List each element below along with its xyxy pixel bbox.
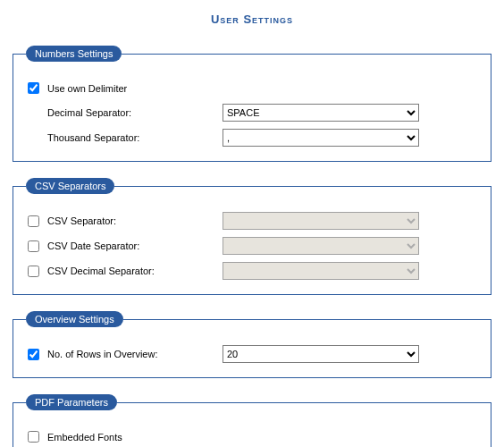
csv-decimal-separator-label: CSV Decimal Separator:: [47, 266, 223, 276]
pdf-parameters-legend: PDF Parameters: [26, 394, 117, 410]
embedded-fonts-row: Embedded Fonts: [22, 425, 482, 447]
csv-separator-checkbox[interactable]: [28, 215, 39, 227]
page-title: User Settings: [0, 0, 504, 46]
use-own-delimiter-row: Use own Delimiter: [22, 76, 482, 100]
csv-decimal-separator-checkbox[interactable]: [28, 266, 39, 277]
overview-rows-checkbox[interactable]: [28, 349, 39, 360]
use-own-delimiter-checkbox[interactable]: [28, 82, 39, 94]
csv-separator-select[interactable]: [223, 212, 419, 230]
thousand-separator-label: Thousand Separator:: [47, 132, 223, 143]
thousand-separator-select[interactable]: ,: [223, 129, 419, 147]
embedded-fonts-label: Embedded Fonts: [47, 432, 223, 443]
csv-date-separator-select[interactable]: [223, 237, 419, 255]
pdf-parameters-fieldset: PDF Parameters Embedded Fonts: [13, 394, 491, 447]
csv-date-separator-checkbox[interactable]: [28, 240, 39, 252]
decimal-separator-select[interactable]: SPACE: [223, 104, 419, 122]
overview-rows-select[interactable]: 20: [223, 345, 419, 363]
overview-settings-legend: Overview Settings: [26, 311, 123, 327]
csv-separators-fieldset: CSV Separators CSV Separator: CSV Date S…: [13, 178, 491, 295]
csv-decimal-separator-select[interactable]: [223, 262, 419, 280]
overview-settings-fieldset: Overview Settings No. of Rows in Overvie…: [13, 311, 491, 378]
csv-date-separator-row: CSV Date Separator:: [22, 233, 482, 258]
decimal-separator-label: Decimal Separator:: [47, 107, 223, 118]
csv-separators-legend: CSV Separators: [26, 178, 114, 194]
overview-rows-label: No. of Rows in Overview:: [47, 349, 223, 359]
decimal-separator-row: Decimal Separator: SPACE: [22, 100, 482, 125]
thousand-separator-row: Thousand Separator: ,: [22, 125, 482, 150]
use-own-delimiter-label: Use own Delimiter: [47, 83, 223, 94]
csv-separator-row: CSV Separator:: [22, 208, 482, 233]
csv-separator-label: CSV Separator:: [47, 215, 223, 226]
numbers-settings-fieldset: Numbers Settings Use own Delimiter Decim…: [13, 46, 491, 162]
csv-decimal-separator-row: CSV Decimal Separator:: [22, 258, 482, 283]
numbers-settings-legend: Numbers Settings: [26, 46, 122, 62]
overview-rows-row: No. of Rows in Overview: 20: [22, 342, 482, 367]
csv-date-separator-label: CSV Date Separator:: [47, 240, 223, 251]
settings-container: Numbers Settings Use own Delimiter Decim…: [0, 46, 504, 447]
embedded-fonts-checkbox[interactable]: [28, 431, 39, 443]
